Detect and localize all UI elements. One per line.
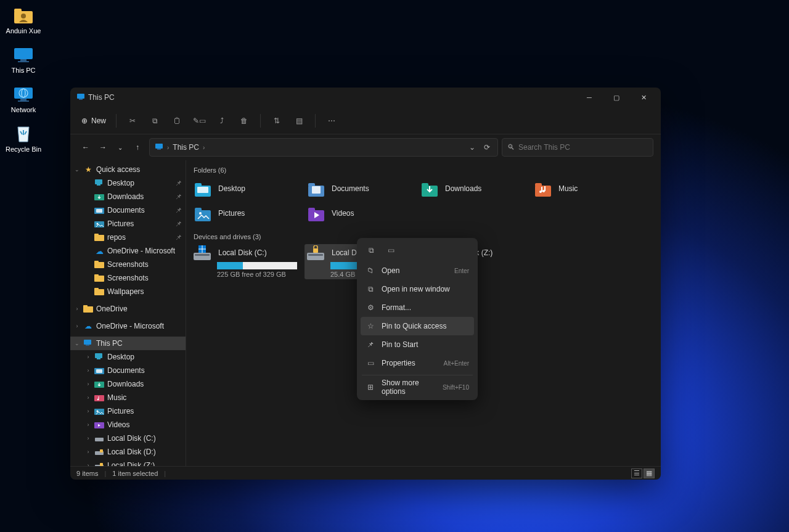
desktop-icon	[94, 352, 104, 362]
context-item-open-in-new-window[interactable]: ⧉Open in new window	[361, 280, 474, 298]
share-icon: ⤴	[220, 117, 224, 125]
folder-item-downloads[interactable]: Downloads	[418, 178, 529, 200]
titlebar[interactable]: This PC ─ ▢ ✕	[70, 88, 661, 107]
pictures-icon	[94, 406, 104, 416]
sidebar-item-videos[interactable]: ›Videos	[70, 418, 186, 432]
address-bar[interactable]: › This PC › ⌄ ⟳	[149, 138, 498, 157]
svg-point-63	[199, 212, 202, 215]
back-button[interactable]: ←	[78, 139, 94, 155]
icons-view-button[interactable]: ▦	[644, 469, 655, 478]
context-item-pin-to-start[interactable]: 📌︎Pin to Start	[361, 335, 474, 354]
refresh-button[interactable]: ⟳	[481, 143, 493, 152]
svg-rect-6	[14, 88, 33, 99]
context-copy-button[interactable]: ⧉	[363, 243, 379, 258]
search-box[interactable]: 🔍︎	[502, 138, 653, 157]
folder-item-pictures[interactable]: Pictures	[191, 202, 302, 224]
up-button[interactable]: ↑	[129, 139, 145, 155]
recent-locations-button[interactable]: ⌄	[112, 139, 128, 155]
svg-rect-34	[95, 353, 102, 358]
more-button[interactable]: ⋯	[322, 111, 341, 131]
share-button[interactable]: ⤴	[212, 111, 232, 131]
folder-item-music[interactable]: Music	[531, 178, 642, 200]
collapse-icon[interactable]: ⌄	[74, 340, 80, 346]
paste-button[interactable]: 📋︎	[167, 111, 187, 131]
sidebar-item-documents[interactable]: ›Documents	[70, 364, 186, 377]
rename-button[interactable]: ✎▭	[189, 111, 210, 131]
sidebar-this-pc[interactable]: ⌄ This PC	[70, 337, 186, 350]
delete-button[interactable]: 🗑︎	[234, 111, 254, 131]
svg-rect-25	[94, 261, 99, 263]
sidebar-quick-access[interactable]: ⌄ ★ Quick access	[70, 163, 186, 176]
close-button[interactable]: ✕	[630, 88, 657, 107]
collapse-icon[interactable]: ⌄	[74, 166, 80, 173]
sidebar-item-wallpapers[interactable]: Wallpapers	[70, 285, 186, 298]
sidebar-item-screenshots[interactable]: Screenshots	[70, 271, 186, 285]
expand-icon[interactable]: ›	[85, 395, 91, 401]
sidebar-item-local-disk-c-[interactable]: ›Local Disk (C:)	[70, 432, 186, 445]
context-item-show-more-options[interactable]: ⊞Show more optionsShift+F10	[361, 378, 474, 396]
sidebar-onedrive[interactable]: › OneDrive	[70, 302, 186, 316]
copy-button[interactable]: ⧉	[145, 111, 165, 131]
details-view-button[interactable]: ☰	[631, 469, 642, 478]
folder-item-documents[interactable]: Documents	[305, 178, 415, 200]
context-item-format-[interactable]: ⚙Format...	[361, 298, 474, 317]
expand-icon[interactable]: ›	[85, 367, 91, 374]
pinstart-icon: 📌︎	[366, 340, 375, 349]
sidebar-item-local-disk-z-[interactable]: ›Local Disk (Z:)	[70, 459, 186, 466]
pictures-icon	[94, 219, 104, 229]
sidebar-item-pictures[interactable]: ›Pictures	[70, 404, 186, 418]
breadcrumb-segment[interactable]: This PC	[173, 143, 199, 152]
desktop-icon-user-folder[interactable]: Anduin Xue	[5, 5, 42, 35]
folder-icon	[307, 179, 325, 198]
sidebar-item-local-disk-d-[interactable]: ›Local Disk (D:)	[70, 445, 186, 459]
expand-icon[interactable]: ›	[85, 449, 91, 455]
svg-rect-44	[95, 438, 104, 441]
sidebar-item-screenshots[interactable]: Screenshots	[70, 258, 186, 271]
desktop-icon-recycle-bin[interactable]: Recycle Bin	[5, 123, 42, 153]
folder-icon: 📁︎	[366, 266, 375, 275]
drive-item-local-disk-c-[interactable]: Local Disk (C:)225 GB free of 329 GB	[191, 244, 302, 279]
svg-point-60	[542, 190, 545, 192]
context-item-properties[interactable]: ▭PropertiesAlt+Enter	[361, 354, 474, 372]
sidebar-item-documents[interactable]: Documents📌︎	[70, 203, 186, 217]
svg-rect-69	[313, 248, 318, 253]
forward-button[interactable]: →	[95, 139, 111, 155]
sidebar-item-desktop[interactable]: ›Desktop	[70, 350, 186, 364]
maximize-button[interactable]: ▢	[603, 88, 630, 107]
folder-item-desktop[interactable]: Desktop	[191, 178, 302, 200]
svg-rect-65	[308, 208, 315, 211]
pin-icon: 📌︎	[175, 193, 182, 200]
folder-item-videos[interactable]: Videos	[305, 202, 415, 224]
expand-icon[interactable]: ›	[74, 306, 80, 312]
minimize-button[interactable]: ─	[576, 88, 603, 107]
sidebar-item-music[interactable]: ›Music	[70, 391, 186, 404]
sidebar-onedrive-microsoft[interactable]: › ☁ OneDrive - Microsoft	[70, 319, 186, 333]
context-rename-button[interactable]: ▭	[383, 243, 399, 258]
sidebar-item-pictures[interactable]: Pictures📌︎	[70, 217, 186, 231]
desktop-icon-network[interactable]: Network	[5, 84, 42, 113]
sidebar-item-onedrive-microsoft[interactable]: ☁OneDrive - Microsoft	[70, 244, 186, 258]
context-item-open[interactable]: 📁︎OpenEnter	[361, 261, 474, 280]
more-icon: ⊞	[366, 383, 375, 391]
sidebar-item-repos[interactable]: repos📌︎	[70, 231, 186, 244]
search-input[interactable]	[518, 143, 648, 152]
context-menu[interactable]: ⧉ ▭ 📁︎OpenEnter⧉Open in new window⚙Forma…	[357, 238, 478, 400]
context-item-pin-to-quick-access[interactable]: ☆Pin to Quick access	[361, 317, 474, 335]
expand-icon[interactable]: ›	[85, 408, 91, 414]
navigation-pane[interactable]: ⌄ ★ Quick access Desktop📌︎Downloads📌︎Doc…	[70, 160, 186, 466]
new-button[interactable]: ⊕ New	[78, 111, 110, 131]
expand-icon[interactable]: ›	[85, 422, 91, 428]
expand-icon[interactable]: ›	[74, 323, 80, 329]
cut-button[interactable]: ✂	[123, 111, 142, 131]
expand-icon[interactable]: ›	[85, 381, 91, 387]
expand-icon[interactable]: ›	[85, 354, 91, 360]
desktop-icon-this-pc[interactable]: This PC	[5, 44, 42, 74]
address-history-button[interactable]: ⌄	[467, 143, 478, 152]
sidebar-item-downloads[interactable]: ›Downloads	[70, 377, 186, 391]
sidebar-item-downloads[interactable]: Downloads📌︎	[70, 190, 186, 203]
sort-button[interactable]: ⇅	[267, 111, 287, 131]
expand-icon[interactable]: ›	[85, 435, 91, 441]
folders-section-header[interactable]: Folders (6)	[194, 166, 656, 174]
sidebar-item-desktop[interactable]: Desktop📌︎	[70, 176, 186, 190]
view-button[interactable]: ▤	[289, 111, 309, 131]
